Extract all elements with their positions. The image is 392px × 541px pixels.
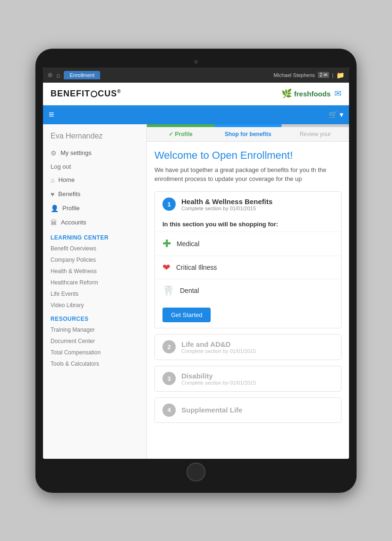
section-title-1: Health & Wellness Benefits bbox=[181, 198, 273, 206]
header-right: 🌿 freshfoods ✉ bbox=[281, 88, 341, 99]
tablet-camera bbox=[194, 60, 198, 64]
section-due-1: Complete section by 01/01/2015 bbox=[181, 206, 273, 211]
section-info-3: Disability Complete section by 01/01/201… bbox=[181, 372, 256, 386]
sidebar-item-profile[interactable]: 👤 Profile bbox=[43, 201, 146, 215]
main-area: Eva Hernandez ⚙ My settings Log out ⌂ Ho… bbox=[43, 124, 349, 459]
progress-active bbox=[214, 124, 282, 127]
get-started-button[interactable]: Get Started bbox=[162, 308, 211, 322]
progress-step-review[interactable]: Review your bbox=[281, 130, 349, 138]
benefit-card-header-3: 3 Disability Complete section by 01/01/2… bbox=[155, 366, 341, 391]
home-nav-icon: ⌂ bbox=[51, 176, 54, 184]
progress-done bbox=[147, 124, 214, 127]
section-info-4: Supplemental Life bbox=[181, 406, 242, 414]
resources-title: RESOURCES bbox=[43, 311, 146, 324]
browser-back-btn[interactable] bbox=[48, 73, 52, 77]
sidebar: Eva Hernandez ⚙ My settings Log out ⌂ Ho… bbox=[43, 124, 147, 459]
home-icon[interactable]: ⌂ bbox=[56, 71, 60, 79]
tablet-device: ⌂ Enrollment Michael Stephens 2 ✉ | 📁 BE… bbox=[35, 49, 357, 493]
progress-track bbox=[147, 124, 349, 127]
benefit-card-2: 2 Life and AD&D Complete section by 01/0… bbox=[154, 334, 341, 360]
section-number-4: 4 bbox=[162, 404, 176, 417]
section-due-2: Complete section by 01/01/2015 bbox=[181, 348, 256, 354]
section-info-1: Health & Wellness Benefits Complete sect… bbox=[181, 198, 273, 211]
sidebar-health-wellness[interactable]: Health & Wellness bbox=[43, 266, 146, 277]
separator: | bbox=[332, 72, 333, 78]
benefits-icon: ♥ bbox=[51, 190, 54, 198]
welcome-title: Welcome to Open Enrollment! bbox=[154, 149, 341, 162]
sidebar-tools-calculators[interactable]: Tools & Calculators bbox=[43, 358, 146, 369]
sidebar-benefit-overviews[interactable]: Benefit Overviews bbox=[43, 243, 146, 254]
sidebar-logout[interactable]: Log out bbox=[43, 160, 146, 173]
sidebar-item-settings[interactable]: ⚙ My settings bbox=[43, 146, 146, 160]
content-panel: ✓ Profile Shop for benefits Review your … bbox=[147, 124, 349, 459]
settings-icon: ⚙ bbox=[51, 149, 57, 157]
browser-user-info: Michael Stephens 2 ✉ | 📁 bbox=[273, 71, 344, 79]
sidebar-life-events[interactable]: Life Events bbox=[43, 288, 146, 300]
section-number-1: 1 bbox=[162, 198, 176, 211]
sidebar-item-accounts[interactable]: 🏛 Accounts bbox=[43, 215, 146, 230]
section-title-3: Disability bbox=[181, 372, 256, 380]
browser-bar: ⌂ Enrollment Michael Stephens 2 ✉ | 📁 bbox=[43, 68, 349, 83]
learning-center-title: LEARNING CENTER bbox=[43, 230, 146, 243]
tablet-home-button[interactable] bbox=[187, 463, 205, 481]
benefit-card-4: 4 Supplemental Life bbox=[154, 397, 341, 423]
profile-icon: 👤 bbox=[51, 205, 59, 212]
mail-icon[interactable]: ✉ bbox=[334, 88, 341, 99]
progress-step-shop[interactable]: Shop for benefits bbox=[214, 130, 282, 138]
critical-illness-icon: ❤ bbox=[162, 262, 170, 273]
hamburger-icon[interactable]: ≡ bbox=[49, 109, 54, 120]
app-header: BENEFITCUS® 🌿 freshfoods ✉ bbox=[43, 83, 349, 105]
browser-tab[interactable]: Enrollment bbox=[64, 71, 100, 79]
benefit-card-3: 3 Disability Complete section by 01/01/2… bbox=[154, 366, 341, 392]
nav-bar: ≡ 🛒 ▾ bbox=[43, 105, 349, 124]
accounts-icon: 🏛 bbox=[51, 219, 57, 226]
sidebar-item-home[interactable]: ⌂ Home bbox=[43, 173, 146, 187]
section-number-3: 3 bbox=[162, 372, 176, 385]
folder-icon: 📁 bbox=[336, 71, 344, 79]
sidebar-video-library[interactable]: Video Library bbox=[43, 300, 146, 311]
section-title-2: Life and AD&D bbox=[181, 340, 256, 348]
progress-step-profile[interactable]: ✓ Profile bbox=[147, 130, 214, 138]
welcome-text: We have put together a great package of … bbox=[154, 165, 341, 184]
cart-area[interactable]: 🛒 ▾ bbox=[328, 110, 343, 119]
benefit-card-1: 1 Health & Wellness Benefits Complete se… bbox=[154, 191, 341, 328]
medical-icon: ✚ bbox=[162, 238, 171, 250]
section-number-2: 2 bbox=[162, 340, 176, 353]
dental-icon: 🦷 bbox=[162, 285, 174, 296]
tablet-screen: ⌂ Enrollment Michael Stephens 2 ✉ | 📁 BE… bbox=[43, 68, 349, 459]
benefit-card-header-1: 1 Health & Wellness Benefits Complete se… bbox=[155, 192, 341, 217]
enrollment-content: Welcome to Open Enrollment! We have put … bbox=[147, 142, 349, 436]
benefit-item-critical[interactable]: ❤ Critical Illness bbox=[155, 256, 341, 279]
progress-steps: ✓ Profile Shop for benefits Review your bbox=[147, 127, 349, 141]
shopping-label: In this section you will be shopping for… bbox=[155, 217, 341, 232]
sidebar-user-name: Eva Hernandez bbox=[43, 130, 146, 146]
progress-inactive bbox=[281, 124, 349, 127]
progress-bar-area: ✓ Profile Shop for benefits Review your bbox=[147, 124, 349, 142]
sidebar-healthcare-reform[interactable]: Healthcare Reform bbox=[43, 277, 146, 288]
benefit-item-medical[interactable]: ✚ Medical bbox=[155, 232, 341, 256]
sidebar-total-compensation[interactable]: Total Compensation bbox=[43, 347, 146, 358]
sidebar-company-policies[interactable]: Company Policies bbox=[43, 254, 146, 266]
freshfoods-logo: 🌿 freshfoods bbox=[281, 88, 331, 99]
section-title-4: Supplemental Life bbox=[181, 406, 242, 414]
message-badge: 2 ✉ bbox=[318, 72, 329, 78]
benefit-card-header-2: 2 Life and AD&D Complete section by 01/0… bbox=[155, 335, 341, 360]
sidebar-item-benefits[interactable]: ♥ Benefits bbox=[43, 187, 146, 201]
benefit-card-header-4: 4 Supplemental Life bbox=[155, 398, 341, 422]
sidebar-document-center[interactable]: Document Center bbox=[43, 335, 146, 347]
section-info-2: Life and AD&D Complete section by 01/01/… bbox=[181, 340, 256, 354]
section-due-3: Complete section by 01/01/2015 bbox=[181, 380, 256, 386]
benefit-item-dental[interactable]: 🦷 Dental bbox=[155, 279, 341, 302]
sidebar-training-manager[interactable]: Training Manager bbox=[43, 324, 146, 335]
benefitfocus-logo: BENEFITCUS® bbox=[51, 89, 121, 99]
leaf-icon: 🌿 bbox=[281, 88, 292, 99]
